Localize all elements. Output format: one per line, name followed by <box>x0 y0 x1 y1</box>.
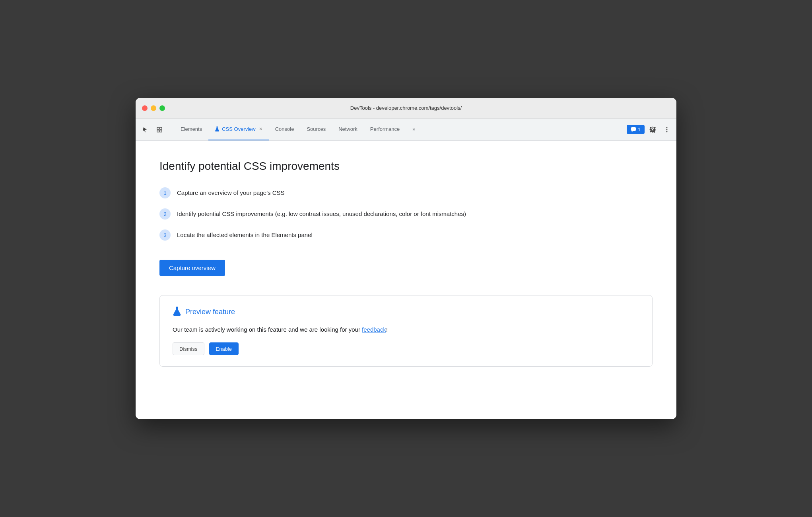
tab-css-overview[interactable]: CSS Overview ✕ <box>208 119 269 140</box>
preview-feature-box: Preview feature Our team is actively wor… <box>159 295 653 367</box>
svg-rect-0 <box>157 127 159 129</box>
preview-enable-button[interactable]: Enable <box>209 342 239 355</box>
minimize-button[interactable] <box>151 105 156 111</box>
step-text-1: Capture an overview of your page's CSS <box>177 187 285 198</box>
tab-elements[interactable]: Elements <box>174 119 208 140</box>
preview-header: Preview feature <box>173 307 639 317</box>
step-text-3: Locate the affected elements in the Elem… <box>177 229 313 240</box>
notification-button[interactable]: 1 <box>627 125 645 134</box>
window-title: DevTools - developer.chrome.com/tags/dev… <box>350 105 462 111</box>
preview-title: Preview feature <box>185 308 235 316</box>
toolbar-right: 1 <box>627 119 673 140</box>
chat-icon <box>631 127 636 132</box>
main-content: Identify potential CSS improvements 1 Ca… <box>136 141 676 419</box>
tab-performance[interactable]: Performance <box>364 119 406 140</box>
tab-network[interactable]: Network <box>332 119 364 140</box>
close-button[interactable] <box>142 105 148 111</box>
cursor-icon[interactable] <box>139 123 152 136</box>
inspect-icon[interactable] <box>153 123 166 136</box>
step-text-2: Identify potential CSS improvements (e.g… <box>177 208 466 219</box>
flask-tab-icon <box>215 126 220 132</box>
tabs-container: Elements CSS Overview ✕ Console Sources … <box>174 119 627 140</box>
svg-rect-1 <box>160 127 162 129</box>
feedback-link[interactable]: feedback <box>362 326 386 333</box>
step-item-3: 3 Locate the affected elements in the El… <box>159 229 653 241</box>
svg-point-5 <box>666 127 668 128</box>
step-number-1: 1 <box>159 187 171 198</box>
steps-list: 1 Capture an overview of your page's CSS… <box>159 187 653 241</box>
preview-dismiss-button[interactable]: Dismiss <box>173 342 204 355</box>
svg-rect-2 <box>157 130 159 132</box>
devtools-window: DevTools - developer.chrome.com/tags/dev… <box>136 98 676 419</box>
toolbar-left <box>139 119 171 140</box>
step-item-2: 2 Identify potential CSS improvements (e… <box>159 208 653 220</box>
settings-button[interactable] <box>646 123 659 136</box>
svg-point-7 <box>666 131 668 132</box>
preview-buttons: Dismiss Enable <box>173 342 639 355</box>
tab-bar: Elements CSS Overview ✕ Console Sources … <box>136 119 676 141</box>
step-number-2: 2 <box>159 208 171 220</box>
traffic-lights <box>142 105 165 111</box>
preview-description: Our team is actively working on this fea… <box>173 325 639 334</box>
capture-overview-button[interactable]: Capture overview <box>159 260 225 276</box>
svg-rect-4 <box>631 127 636 131</box>
svg-rect-3 <box>160 130 162 132</box>
gear-icon <box>649 126 656 133</box>
tab-close-icon[interactable]: ✕ <box>259 126 262 132</box>
more-icon <box>663 126 670 133</box>
preview-flask-icon <box>173 307 181 317</box>
page-title: Identify potential CSS improvements <box>159 160 653 173</box>
more-options-button[interactable] <box>660 123 673 136</box>
step-number-3: 3 <box>159 229 171 241</box>
title-bar: DevTools - developer.chrome.com/tags/dev… <box>136 98 676 119</box>
tab-sources[interactable]: Sources <box>300 119 332 140</box>
tab-more[interactable]: » <box>406 119 422 140</box>
tab-console[interactable]: Console <box>269 119 301 140</box>
maximize-button[interactable] <box>159 105 165 111</box>
step-item-1: 1 Capture an overview of your page's CSS <box>159 187 653 198</box>
svg-point-6 <box>666 129 668 130</box>
